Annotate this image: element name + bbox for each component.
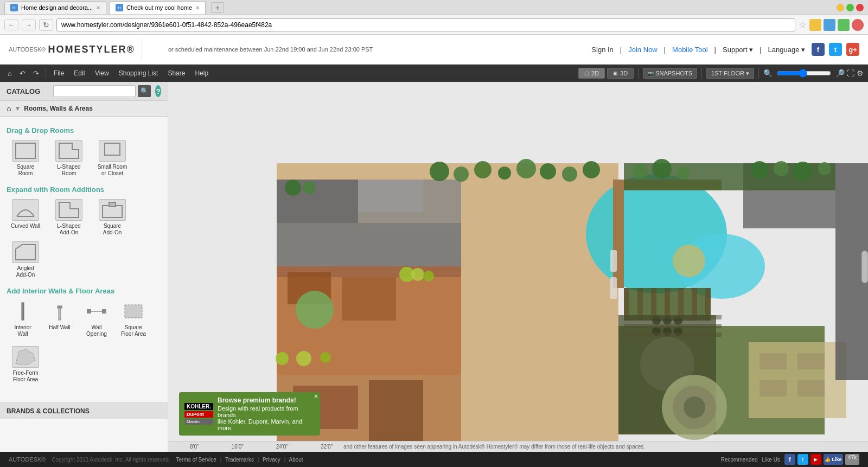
angled-addon-label: AngledAdd-On xyxy=(16,265,35,278)
recommended-label: Recommended xyxy=(721,457,758,463)
l-shaped-addon-item[interactable]: L-ShapedAdd-On xyxy=(50,199,88,236)
wall-opening-label: WallOpening xyxy=(86,324,107,337)
angled-addon-icon xyxy=(12,241,39,263)
view-3d-button[interactable]: ▣ 3D xyxy=(607,68,634,79)
sidebar-nav-breadcrumb: Rooms, Walls & Areas xyxy=(24,105,92,112)
canvas-area[interactable]: 8'0" 16'0" 24'0" 32'0" and other feature… xyxy=(168,82,868,452)
url-bar[interactable] xyxy=(56,18,795,31)
wall-opening-item[interactable]: WallOpening xyxy=(80,300,113,337)
svg-rect-52 xyxy=(797,353,825,369)
join-now-link[interactable]: Join Now xyxy=(628,46,657,54)
view-2d-button[interactable]: ▢ 2D xyxy=(578,68,605,79)
close-button[interactable] xyxy=(856,4,864,11)
snapshots-button[interactable]: 📷 SNAPSHOTS xyxy=(643,68,697,79)
catalog-search-button[interactable]: 🔍 xyxy=(138,85,151,97)
svg-rect-24 xyxy=(358,180,423,212)
sidebar-nav-arrow: ▼ xyxy=(14,105,21,112)
interior-wall-item[interactable]: InteriorWall xyxy=(7,300,39,337)
svg-rect-10 xyxy=(58,306,62,308)
language-menu[interactable]: Language ▾ xyxy=(768,46,805,54)
tab-2-close[interactable]: ✕ xyxy=(195,5,200,11)
twitter-icon[interactable]: t xyxy=(829,43,842,56)
square-room-icon xyxy=(12,140,39,162)
support-menu[interactable]: Support ▾ xyxy=(723,46,753,54)
browser-tab-1[interactable]: H Home design and decora... ✕ xyxy=(4,1,106,14)
help-menu[interactable]: Help xyxy=(190,67,213,79)
shopping-list-menu[interactable]: Shopping List xyxy=(114,67,163,79)
angled-addon-item[interactable]: AngledAdd-On xyxy=(7,241,44,278)
tab-1-title: Home design and decora... xyxy=(21,4,93,11)
canvas-scroll-indicator[interactable] xyxy=(861,251,868,283)
browser-nav-bar: ← → ↻ ☆ xyxy=(0,15,868,35)
toolbar-undo-icon[interactable]: ↶ xyxy=(16,67,29,80)
footer-like-button[interactable]: 👍 Like xyxy=(824,454,843,465)
brands-label: BRANDS & COLLECTIONS xyxy=(7,407,90,415)
svg-point-69 xyxy=(562,167,577,182)
zoom-out-icon[interactable]: 🔍 xyxy=(763,69,773,78)
help-button[interactable]: ? xyxy=(155,85,161,97)
about-link[interactable]: About xyxy=(289,457,303,463)
view-menu[interactable]: View xyxy=(91,67,113,79)
toolbar-sep-4 xyxy=(758,68,759,79)
header-right: Sign In | Join Now | Mobile Tool | Suppo… xyxy=(591,43,859,56)
maximize-button[interactable] xyxy=(846,4,854,11)
svg-rect-14 xyxy=(125,305,142,318)
svg-point-73 xyxy=(652,159,672,178)
privacy-link[interactable]: Privacy xyxy=(263,457,280,463)
toolbar-home-icon[interactable]: ⌂ xyxy=(4,67,15,80)
tab-1-close[interactable]: ✕ xyxy=(96,5,100,11)
ruler-bar: 8'0" 16'0" 24'0" 32'0" and other feature… xyxy=(168,441,868,452)
footer-sep-3: | xyxy=(284,457,286,463)
half-wall-label: Half Wall xyxy=(49,324,71,331)
zoom-in-icon[interactable]: 🔎 xyxy=(835,69,845,78)
back-button[interactable]: ← xyxy=(4,20,18,30)
toolbar-sep-3 xyxy=(701,68,702,79)
freeform-floor-item[interactable]: Free-FormFloor Area xyxy=(7,346,44,383)
square-addon-item[interactable]: SquareAdd-On xyxy=(93,199,131,236)
drag-drop-rooms-grid: SquareRoom L-ShapedRoom xyxy=(7,140,161,177)
footer-tw-icon[interactable]: t xyxy=(797,454,808,465)
zoom-slider[interactable] xyxy=(777,69,831,78)
toolbar-redo-icon[interactable]: ↷ xyxy=(30,67,42,80)
footer-sep-1: | xyxy=(220,457,222,463)
half-wall-item[interactable]: Half Wall xyxy=(43,300,76,337)
l-shaped-room-svg xyxy=(58,142,80,159)
small-room-closet-item[interactable]: Small Roomor Closet xyxy=(93,140,131,177)
edit-menu[interactable]: Edit xyxy=(69,67,90,79)
googleplus-icon[interactable]: g+ xyxy=(846,43,859,56)
share-menu[interactable]: Share xyxy=(163,67,189,79)
promo-text-container: Browse premium brands! Design with real … xyxy=(218,396,315,431)
bottom-left: AUTODESK® Copyright 2013 Autodesk, Inc. … xyxy=(9,456,303,463)
interior-section-title: Add Interior Walls & Floor Areas xyxy=(7,287,161,295)
trademarks-link[interactable]: Trademarks xyxy=(225,457,254,463)
facebook-icon[interactable]: f xyxy=(812,43,825,56)
promo-close-button[interactable]: × xyxy=(314,393,318,400)
fullscreen-button[interactable]: ⛶ xyxy=(847,69,854,78)
new-tab-button[interactable]: + xyxy=(211,2,224,13)
footer-sep-2: | xyxy=(258,457,259,463)
minimize-button[interactable] xyxy=(837,4,844,11)
footer-fb-icon[interactable]: f xyxy=(784,454,795,465)
l-shaped-room-item[interactable]: L-ShapedRoom xyxy=(50,140,88,177)
refresh-button[interactable]: ↻ xyxy=(39,19,53,31)
catalog-search-input[interactable] xyxy=(53,85,136,97)
file-menu[interactable]: File xyxy=(49,67,68,79)
svg-point-78 xyxy=(818,162,831,175)
sidebar-home-icon[interactable]: ⌂ xyxy=(7,104,11,113)
browser-tab-2[interactable]: H Check out my cool home ✕ xyxy=(110,1,206,14)
square-room-item[interactable]: SquareRoom xyxy=(7,140,44,177)
square-floor-item[interactable]: SquareFloor Area xyxy=(117,300,150,337)
curved-wall-item[interactable]: Curved Wall xyxy=(7,199,44,236)
floor-selector[interactable]: 1ST FLOOR ▾ xyxy=(706,68,754,79)
interior-wall-svg xyxy=(17,302,28,321)
sign-in-link[interactable]: Sign In xyxy=(591,46,613,54)
terms-link[interactable]: Terms of Service xyxy=(176,457,216,463)
bookmark-button[interactable]: ☆ xyxy=(799,20,806,30)
square-room-svg xyxy=(15,142,36,159)
footer-yt-icon[interactable]: ▶ xyxy=(810,454,821,465)
forward-button[interactable]: → xyxy=(22,20,36,30)
mobile-tool-link[interactable]: Mobile Tool xyxy=(672,46,708,54)
window-controls xyxy=(837,4,864,11)
settings-button[interactable]: ⚙ xyxy=(857,69,864,78)
ruler-mark-4: 32'0" xyxy=(321,444,333,450)
